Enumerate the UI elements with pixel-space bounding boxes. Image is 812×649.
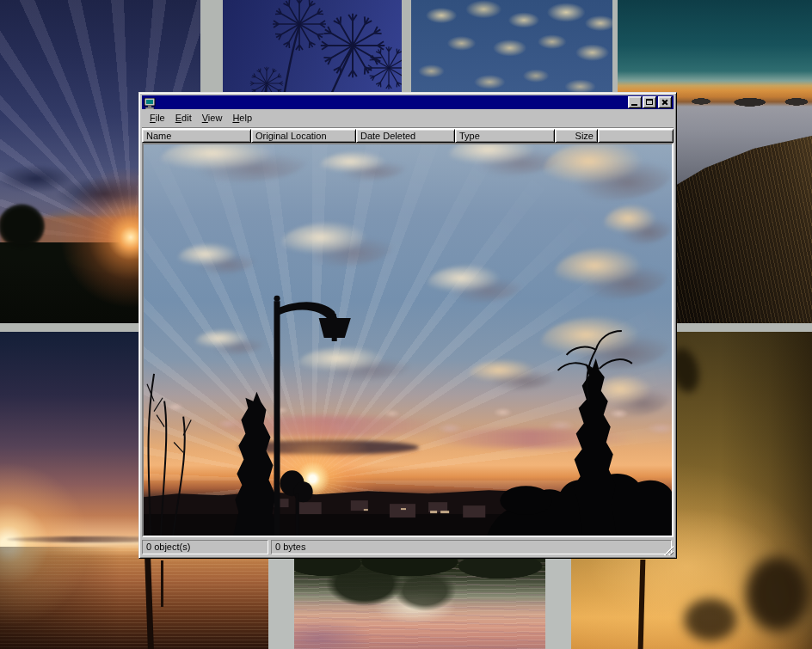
status-size: 0 bytes — [271, 540, 672, 554]
bush-silhouette — [280, 470, 313, 536]
column-header-spacer — [598, 129, 674, 143]
reed-silhouettes — [147, 374, 191, 536]
column-header-size[interactable]: Size — [555, 129, 598, 143]
cloud — [604, 205, 673, 244]
column-header-date-deleted[interactable]: Date Deleted — [356, 129, 455, 143]
cloud — [320, 151, 406, 181]
cypress-silhouette — [233, 392, 280, 536]
cloud — [428, 265, 522, 303]
menu-bar: File Edit View Help — [142, 109, 674, 128]
lake-pole — [145, 557, 154, 649]
cloud — [195, 329, 264, 355]
menu-edit[interactable]: Edit — [170, 111, 197, 126]
cloud — [298, 346, 410, 381]
file-list-area[interactable] — [142, 143, 674, 537]
cloud — [541, 316, 670, 370]
menu-view[interactable]: View — [197, 111, 228, 126]
background-photo-sunset-lamp — [144, 144, 672, 536]
water-shadow — [0, 547, 268, 649]
cloud — [449, 143, 561, 175]
title-bar[interactable] — [142, 95, 674, 109]
minimize-icon — [631, 104, 637, 106]
column-header-type[interactable]: Type — [455, 129, 555, 143]
close-icon — [659, 97, 671, 107]
cloud — [281, 222, 393, 266]
cloud — [178, 243, 255, 274]
minimize-button[interactable] — [628, 96, 642, 108]
menu-help[interactable]: Help — [227, 111, 257, 126]
pole-silhouette — [638, 560, 646, 649]
maximize-icon — [646, 99, 653, 105]
lake-stick — [161, 560, 163, 607]
cloud — [544, 143, 673, 200]
close-button[interactable] — [658, 96, 672, 108]
dark-cloud-row — [238, 440, 419, 455]
city-lights — [364, 506, 519, 513]
right-tree-silhouettes — [487, 358, 672, 536]
status-object-count: 0 object(s) — [142, 540, 268, 554]
scattered-small-clouds — [144, 387, 672, 454]
status-bar: 0 object(s) 0 bytes — [142, 539, 674, 555]
system-menu-icon[interactable] — [144, 97, 156, 108]
cloud — [469, 359, 555, 390]
horizon-landscape — [144, 489, 672, 536]
setting-sun — [144, 144, 672, 536]
cloud — [161, 143, 307, 182]
column-header-name[interactable]: Name — [142, 129, 251, 143]
pink-cloud-band — [204, 416, 445, 437]
wallpaper-photo-water-reflection — [294, 558, 545, 649]
window-controls — [627, 96, 672, 108]
tree-silhouette — [0, 194, 55, 258]
pine-wisps — [558, 331, 632, 401]
crepuscular-rays — [144, 144, 672, 536]
menu-file[interactable]: File — [145, 111, 170, 126]
water-ripples — [0, 547, 268, 649]
cloud — [555, 248, 668, 299]
blurred-foliage — [724, 536, 812, 649]
cloud — [593, 375, 670, 416]
lamp-post-silhouette — [274, 296, 350, 536]
distant-buildings — [273, 499, 520, 517]
pink-cloud-band — [428, 429, 634, 448]
maximize-button[interactable] — [643, 96, 656, 108]
blurred-foliage-2 — [671, 588, 750, 649]
recycle-bin-window: File Edit View Help Name Original Locati… — [138, 92, 677, 559]
photo-silhouettes — [144, 144, 672, 536]
column-headers: Name Original Location Date Deleted Type… — [142, 129, 674, 143]
column-header-original-location[interactable]: Original Location — [251, 129, 356, 143]
